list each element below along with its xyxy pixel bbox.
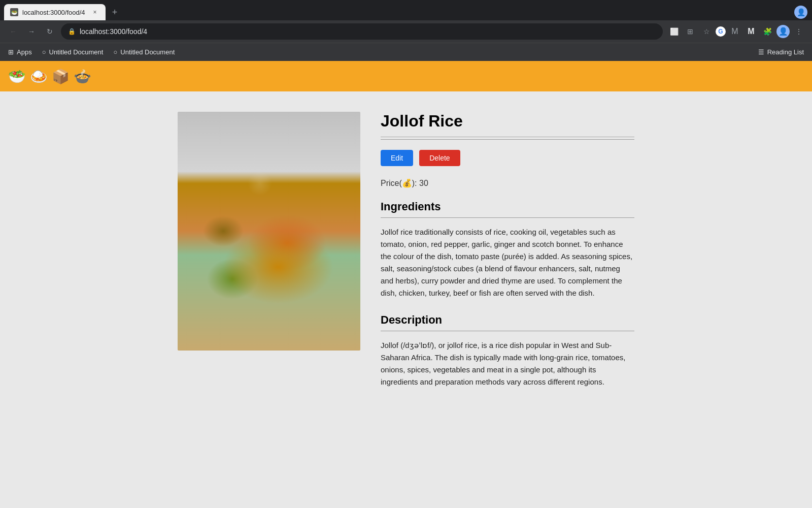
ingredients-text: Jollof rice traditionally consists of ri… [381,226,634,299]
nav-food-3[interactable]: 📦 [52,68,70,85]
tab-title: localhost:3000/food/4 [22,9,85,16]
tab-favicon: 🥗 [10,8,18,16]
toolbar-right: ⬜ ⊞ ☆ G M M 🧩 👤 ⋮ [667,24,806,39]
bookmark-label-1: Untitled Document [49,48,104,56]
back-button[interactable]: ← [6,24,20,39]
app-header: 🥗 🍛 📦 🍲 [0,61,812,91]
food-title: Jollof Rice [381,112,634,137]
reload-button[interactable]: ↻ [43,24,57,39]
action-buttons: Edit Delete [381,150,634,166]
extension-icon-1[interactable]: M [728,24,742,39]
reading-list-icon: ☰ [758,48,764,56]
reading-list-label: Reading List [767,48,804,56]
grid-button[interactable]: ⊞ [683,24,697,39]
star-button[interactable]: ☆ [699,24,714,39]
bookmark-untitled-1[interactable]: ○ Untitled Document [38,46,108,58]
description-heading: Description [381,313,634,327]
food-image [178,112,360,351]
description-divider [381,331,634,331]
new-tab-button[interactable]: + [108,5,122,19]
address-bar-row: ← → ↻ 🔒 localhost:3000/food/4 ⬜ ⊞ ☆ G M … [0,20,812,43]
price-value: 30 [419,179,428,187]
tab-bar: 🥗 localhost:3000/food/4 × + 👤 [0,0,812,20]
food-image-inner [178,112,360,351]
delete-button[interactable]: Delete [419,150,460,166]
extensions-button[interactable]: 🧩 [760,24,774,39]
address-text: localhost:3000/food/4 [80,27,147,36]
edit-button[interactable]: Edit [381,150,413,166]
bookmark-label-2: Untitled Document [120,48,175,56]
bookmarks-bar: ⊞ Apps ○ Untitled Document ○ Untitled Do… [0,43,812,61]
page-content: Jollof Rice Edit Delete Price(💰): 30 Ing… [0,91,812,508]
food-detail: Jollof Rice Edit Delete Price(💰): 30 Ing… [178,112,634,488]
profile-avatar: 👤 [794,6,807,19]
price-line: Price(💰): 30 [381,178,634,188]
bookmark-untitled-2[interactable]: ○ Untitled Document [109,46,179,58]
apps-label: Apps [17,48,32,56]
price-label: Price( [381,179,402,187]
nav-food-4[interactable]: 🍲 [74,68,91,85]
title-divider [381,139,634,140]
food-info: Jollof Rice Edit Delete Price(💰): 30 Ing… [381,112,634,488]
price-emoji: 💰 [402,179,412,187]
profile-circle[interactable]: 👤 [776,25,790,38]
food-image-container [178,112,360,488]
browser-chrome: 🥗 localhost:3000/food/4 × + 👤 ← → ↻ 🔒 lo… [0,0,812,61]
ingredients-divider [381,217,634,218]
reading-list-button[interactable]: ☰ Reading List [754,46,808,58]
active-tab[interactable]: 🥗 localhost:3000/food/4 × [4,4,106,20]
extension-icon-m[interactable]: M [744,24,758,39]
description-text: Jollof (/dʒəˈlɒf/), or jollof rice, is a… [381,339,634,388]
price-suffix: ): [412,179,419,187]
bookmark-globe-icon-1: ○ [42,48,46,56]
forward-button[interactable]: → [24,24,39,39]
ingredients-heading: Ingredients [381,200,634,213]
bookmark-apps[interactable]: ⊞ Apps [4,46,36,58]
tab-close-button[interactable]: × [90,8,99,17]
lock-icon: 🔒 [68,28,76,35]
apps-grid-icon: ⊞ [8,48,14,56]
nav-food-1[interactable]: 🥗 [8,68,26,85]
address-bar[interactable]: 🔒 localhost:3000/food/4 [61,23,663,40]
menu-button[interactable]: ⋮ [792,24,806,39]
nav-food-2[interactable]: 🍛 [30,68,48,85]
profile-menu-button[interactable]: 👤 [794,5,808,19]
google-account-button[interactable]: G [716,26,726,37]
bookmark-globe-icon-2: ○ [113,48,117,56]
cast-button[interactable]: ⬜ [667,24,681,39]
